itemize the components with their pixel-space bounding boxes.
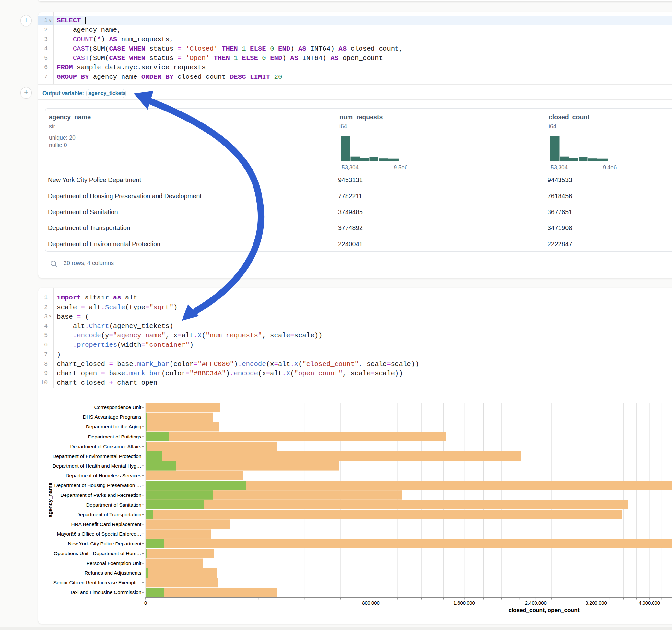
svg-text:Department of Health and Menta: Department of Health and Mental Hyg… xyxy=(52,463,141,468)
svg-text:Department of Environmental Pr: Department of Environmental Protection xyxy=(52,453,141,459)
svg-text:closed_count, open_count: closed_count, open_count xyxy=(509,607,580,613)
svg-text:4,000,000: 4,000,000 xyxy=(639,601,660,606)
svg-text:0: 0 xyxy=(144,601,147,606)
svg-text:DHS Advantage Programs: DHS Advantage Programs xyxy=(83,414,141,420)
svg-text:Refunds and Adjustments: Refunds and Adjustments xyxy=(85,570,142,576)
svg-text:Mayorâ€ s Office of Special En: Mayorâ€ s Office of Special Enforce… xyxy=(57,531,141,537)
svg-text:Department of Parks and Recrea: Department of Parks and Recreation xyxy=(60,492,141,498)
svg-text:Department of Sanitation: Department of Sanitation xyxy=(86,502,141,508)
svg-text:Department of Buildings: Department of Buildings xyxy=(88,434,142,439)
svg-text:1,600,000: 1,600,000 xyxy=(454,601,475,606)
svg-text:Personal Exemption Unit: Personal Exemption Unit xyxy=(87,560,142,566)
svg-text:Operations Unit - Department o: Operations Unit - Department of Hom… xyxy=(54,551,141,556)
svg-text:Department of Homeless Service: Department of Homeless Services xyxy=(66,473,141,478)
svg-text:2,400,000: 2,400,000 xyxy=(525,601,547,606)
svg-text:agency_name: agency_name xyxy=(47,483,53,517)
svg-text:Department for the Aging: Department for the Aging xyxy=(86,424,141,429)
svg-text:Senior Citizen Rent Increase E: Senior Citizen Rent Increase Exempti… xyxy=(53,580,141,585)
svg-text:800,000: 800,000 xyxy=(362,601,380,606)
svg-text:Department of Consumer Affairs: Department of Consumer Affairs xyxy=(70,444,141,449)
svg-text:New York City Police Departmen: New York City Police Department xyxy=(68,541,141,547)
svg-text:Correspondence Unit: Correspondence Unit xyxy=(94,405,142,410)
svg-text:HRA Benefit Card Replacement: HRA Benefit Card Replacement xyxy=(71,522,142,527)
svg-text:Department of Transportation: Department of Transportation xyxy=(76,512,141,517)
svg-text:3,200,000: 3,200,000 xyxy=(585,601,607,606)
svg-text:Taxi and Limousine Commission: Taxi and Limousine Commission xyxy=(70,589,141,595)
svg-text:Department of Housing Preserva: Department of Housing Preservation … xyxy=(54,483,141,488)
